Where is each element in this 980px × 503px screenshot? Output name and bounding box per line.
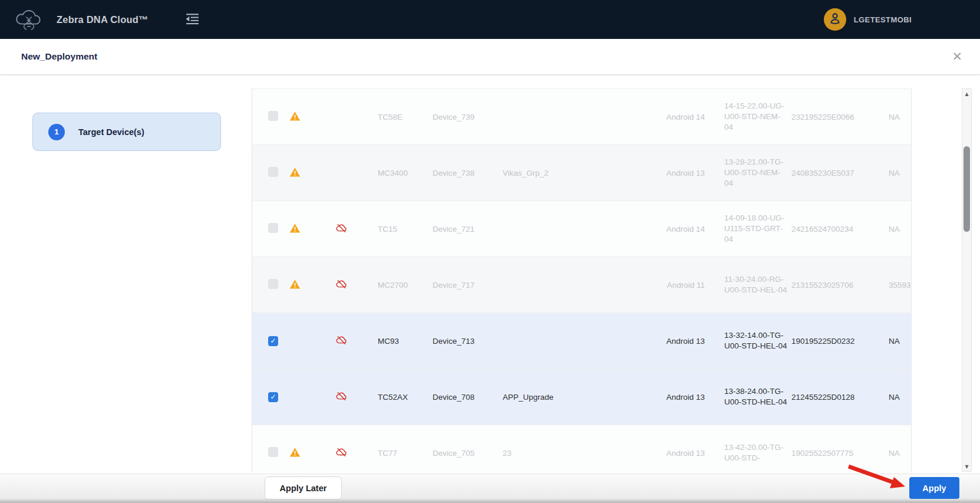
device-model: MC3400 bbox=[376, 169, 432, 177]
device-name: Device_708 bbox=[432, 393, 500, 402]
device-os: Android 13 bbox=[582, 169, 721, 177]
device-group: 23 bbox=[500, 449, 582, 458]
device-os: Android 11 bbox=[582, 281, 721, 290]
row-checkbox[interactable] bbox=[268, 111, 278, 121]
warning-triangle-icon bbox=[289, 279, 301, 291]
device-firmware: 13-38-24.00-TG-U00-STD-HEL-04 bbox=[721, 386, 788, 407]
device-model: TC58E bbox=[376, 113, 432, 121]
device-serial: 19025522507775 bbox=[788, 449, 889, 458]
warning-triangle-icon bbox=[289, 223, 301, 235]
device-firmware: 13-28-21.00-TG-U00-STD-NEM-04 bbox=[721, 157, 788, 189]
apply-later-button[interactable]: Apply Later bbox=[265, 476, 342, 499]
device-firmware: 11-30-24.00-RG-U00-STD-HEL-04 bbox=[721, 274, 788, 295]
device-os: Android 13 bbox=[582, 393, 721, 402]
cloud-off-icon bbox=[335, 334, 348, 348]
device-extra: NA bbox=[889, 113, 911, 121]
device-model: MC2700 bbox=[376, 281, 432, 290]
table-row[interactable]: ✓ TC52AX Device_708 APP_Upgrade Android bbox=[252, 369, 911, 425]
device-table-body: TC58E Device_739 Android 14 14-15-22.00-… bbox=[252, 89, 911, 472]
device-name: Device_705 bbox=[432, 449, 500, 458]
device-table: TC58E Device_739 Android 14 14-15-22.00-… bbox=[252, 88, 912, 472]
device-extra: NA bbox=[889, 393, 911, 402]
device-model: TC77 bbox=[376, 449, 432, 458]
device-serial: 190195225D0232 bbox=[788, 337, 889, 346]
device-os: Android 13 bbox=[582, 337, 721, 346]
row-checkbox[interactable] bbox=[268, 447, 278, 457]
device-name: Device_721 bbox=[432, 225, 500, 234]
cloud-off-icon bbox=[335, 390, 348, 404]
warning-triangle-icon bbox=[289, 167, 301, 179]
device-model: MC93 bbox=[376, 337, 432, 346]
device-firmware: 13-32-14.00-TG-U00-STD-HEL-04 bbox=[721, 330, 788, 351]
app-header: Zebra DNA Cloud™ LGETESTMOBI bbox=[0, 0, 980, 39]
vertical-scrollbar[interactable]: ▲ ▼ bbox=[962, 88, 972, 472]
wizard-step-target-devices[interactable]: 1 Target Device(s) bbox=[32, 113, 221, 151]
row-checkbox[interactable] bbox=[268, 223, 278, 233]
app-title: Zebra DNA Cloud™ bbox=[57, 14, 149, 25]
user-name: LGETESTMOBI bbox=[854, 15, 912, 24]
menu-open-icon bbox=[185, 12, 200, 27]
scroll-up-arrow[interactable]: ▲ bbox=[962, 90, 971, 98]
cloud-dna-logo bbox=[13, 5, 45, 35]
device-name: Device_738 bbox=[432, 169, 500, 177]
close-button[interactable]: ✕ bbox=[948, 50, 966, 64]
table-row[interactable]: TC58E Device_739 Android 14 14-15-22.00-… bbox=[252, 89, 911, 145]
table-row[interactable]: TC15 Device_721 Android 14 14-09-18.00-U… bbox=[252, 201, 911, 257]
device-name: Device_739 bbox=[432, 113, 500, 121]
device-firmware: 14-15-22.00-UG-U00-STD-NEM-04 bbox=[721, 101, 788, 133]
device-serial: 212455225D0128 bbox=[788, 393, 889, 402]
warning-triangle-icon bbox=[289, 447, 301, 459]
table-row[interactable]: MC3400 Device_738 Vikas_Grp_2 Android 13… bbox=[252, 145, 911, 201]
step-label: Target Device(s) bbox=[78, 127, 144, 137]
device-name: Device_717 bbox=[432, 281, 500, 290]
device-extra: 35593 bbox=[889, 281, 911, 290]
row-checkbox[interactable]: ✓ bbox=[268, 336, 278, 346]
row-checkbox[interactable] bbox=[268, 279, 278, 289]
device-os: Android 13 bbox=[582, 449, 721, 458]
device-model: TC15 bbox=[376, 225, 432, 234]
person-icon bbox=[827, 11, 843, 28]
device-group: APP_Upgrade bbox=[500, 393, 582, 402]
cloud-off-icon bbox=[335, 278, 348, 292]
device-group: Vikas_Grp_2 bbox=[500, 169, 582, 177]
dialog-title: New_Deployment bbox=[21, 51, 97, 62]
dialog-footer: Apply Later Apply bbox=[0, 474, 980, 503]
device-model: TC52AX bbox=[376, 393, 432, 402]
device-os: Android 14 bbox=[582, 113, 721, 121]
row-checkbox[interactable]: ✓ bbox=[268, 392, 278, 402]
dialog-body: 1 Target Device(s) TC bbox=[0, 75, 980, 474]
warning-triangle-icon bbox=[289, 111, 301, 123]
scrollbar-thumb[interactable] bbox=[963, 146, 970, 232]
device-extra: NA bbox=[889, 169, 911, 177]
table-row[interactable]: TC77 Device_705 23 Android 13 13-42-20.0… bbox=[252, 425, 911, 472]
device-serial: 21315523025706 bbox=[788, 281, 889, 290]
avatar[interactable] bbox=[824, 8, 846, 31]
device-firmware: 13-42-20.00-TG-U00-STD- bbox=[721, 442, 788, 463]
device-firmware: 14-09-18.00-UG-U115-STD-GRT-04 bbox=[721, 213, 788, 245]
row-checkbox[interactable] bbox=[268, 167, 278, 177]
cloud-off-icon bbox=[335, 446, 348, 460]
scroll-down-arrow[interactable]: ▼ bbox=[962, 462, 971, 471]
table-row[interactable]: ✓ MC93 Device_713 Android 13 13-32- bbox=[252, 313, 911, 369]
device-extra: NA bbox=[889, 225, 911, 234]
cloud-off-icon bbox=[335, 222, 348, 236]
sidebar-toggle-button[interactable] bbox=[183, 10, 202, 29]
device-serial: 240835230E5037 bbox=[788, 169, 889, 177]
table-row[interactable]: MC2700 Device_717 Android 11 11-30-24.00… bbox=[252, 257, 911, 313]
device-name: Device_713 bbox=[432, 337, 500, 346]
dialog-header: New_Deployment ✕ bbox=[0, 39, 980, 75]
device-os: Android 14 bbox=[582, 225, 721, 234]
close-icon: ✕ bbox=[952, 50, 962, 64]
device-extra: NA bbox=[889, 449, 911, 458]
device-serial: 232195225E0066 bbox=[788, 113, 889, 121]
step-number-badge: 1 bbox=[48, 124, 65, 140]
apply-button[interactable]: Apply bbox=[909, 477, 959, 499]
device-extra: NA bbox=[889, 337, 911, 346]
device-serial: 24216524700234 bbox=[788, 225, 889, 234]
